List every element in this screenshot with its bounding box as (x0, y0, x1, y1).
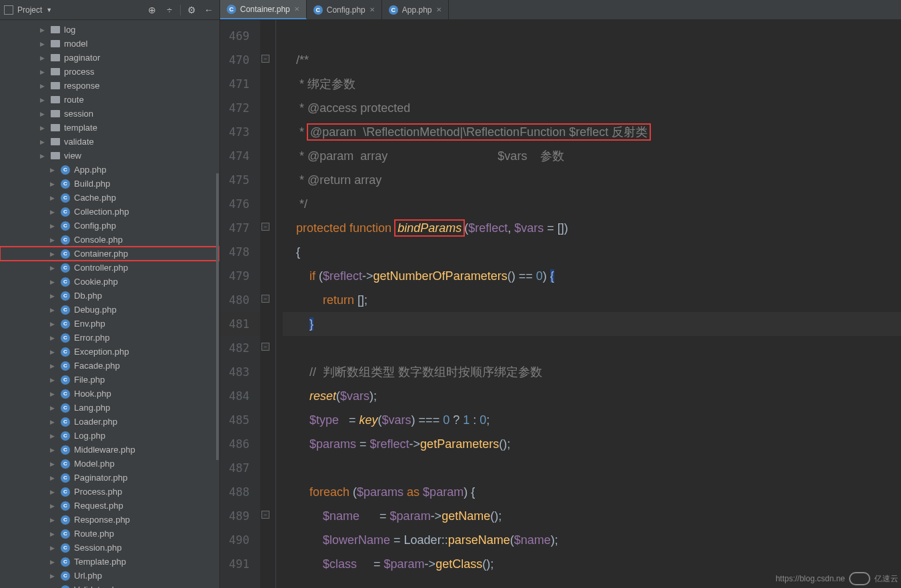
file-tab[interactable]: CApp.php✕ (382, 0, 449, 19)
code-editor[interactable]: 4694704714724734744754764774784794804814… (220, 20, 901, 588)
tree-folder[interactable]: ▶process (0, 65, 219, 79)
tree-file[interactable]: ▶CPaginator.php (0, 471, 219, 485)
file-tab[interactable]: CConfig.php✕ (307, 0, 382, 19)
expand-arrow-icon[interactable]: ▶ (50, 559, 57, 565)
expand-arrow-icon[interactable]: ▶ (50, 433, 57, 439)
expand-arrow-icon[interactable]: ▶ (50, 461, 57, 467)
expand-arrow-icon[interactable]: ▶ (40, 27, 47, 33)
expand-arrow-icon[interactable]: ▶ (50, 363, 57, 369)
collapse-icon[interactable]: ÷ (163, 3, 176, 17)
tree-folder[interactable]: ▶log (0, 23, 219, 37)
tree-file[interactable]: ▶CController.php (0, 261, 219, 275)
expand-arrow-icon[interactable]: ▶ (50, 503, 57, 509)
file-tab[interactable]: CContainer.php✕ (220, 0, 307, 19)
expand-arrow-icon[interactable]: ▶ (40, 97, 47, 103)
expand-arrow-icon[interactable]: ▶ (50, 181, 57, 187)
tree-file[interactable]: ▶CConfig.php (0, 219, 219, 233)
tree-file[interactable]: ▶CError.php (0, 331, 219, 345)
expand-arrow-icon[interactable]: ▶ (50, 209, 57, 215)
tree-file[interactable]: ▶CLog.php (0, 429, 219, 443)
expand-arrow-icon[interactable]: ▶ (50, 447, 57, 453)
tree-folder[interactable]: ▶validate (0, 135, 219, 149)
expand-arrow-icon[interactable]: ▶ (50, 391, 57, 397)
expand-arrow-icon[interactable]: ▶ (50, 405, 57, 411)
locate-icon[interactable]: ⊕ (145, 3, 159, 17)
tree-file[interactable]: ▶CApp.php (0, 163, 219, 177)
tree-file[interactable]: ▶CRequest.php (0, 499, 219, 513)
tree-folder[interactable]: ▶session (0, 107, 219, 121)
tree-folder[interactable]: ▶model (0, 37, 219, 51)
tree-file[interactable]: ▶CCache.php (0, 191, 219, 205)
close-icon[interactable]: ✕ (294, 5, 299, 13)
tree-folder[interactable]: ▶route (0, 93, 219, 107)
expand-arrow-icon[interactable]: ▶ (40, 55, 47, 61)
tree-file[interactable]: ▶CBuild.php (0, 177, 219, 191)
expand-arrow-icon[interactable]: ▶ (40, 41, 47, 47)
expand-arrow-icon[interactable]: ▶ (50, 293, 57, 299)
fold-icon[interactable]: − (261, 223, 269, 231)
expand-arrow-icon[interactable]: ▶ (50, 307, 57, 313)
expand-arrow-icon[interactable]: ▶ (40, 69, 47, 75)
expand-arrow-icon[interactable]: ▶ (50, 517, 57, 523)
expand-arrow-icon[interactable]: ▶ (50, 573, 57, 579)
fold-icon[interactable]: − (261, 55, 269, 63)
tree-folder[interactable]: ▶template (0, 121, 219, 135)
gear-icon[interactable]: ⚙ (185, 3, 198, 17)
scrollbar-thumb[interactable] (216, 173, 219, 460)
expand-arrow-icon[interactable]: ▶ (50, 419, 57, 425)
tree-file[interactable]: ▶CLang.php (0, 401, 219, 415)
fold-icon[interactable]: − (261, 343, 269, 351)
expand-arrow-icon[interactable]: ▶ (40, 139, 47, 145)
tree-file[interactable]: ▶CCollection.php (0, 205, 219, 219)
expand-arrow-icon[interactable]: ▶ (50, 251, 57, 257)
tree-file[interactable]: ▶CFacade.php (0, 359, 219, 373)
tree-file[interactable]: ▶CValidate.php (0, 583, 219, 588)
expand-arrow-icon[interactable]: ▶ (50, 335, 57, 341)
expand-arrow-icon[interactable]: ▶ (50, 489, 57, 495)
tree-file[interactable]: ▶CProcess.php (0, 485, 219, 499)
tree-file[interactable]: ▶CException.php (0, 345, 219, 359)
tree-file[interactable]: ▶CUrl.php (0, 569, 219, 583)
tree-file[interactable]: ▶CEnv.php (0, 317, 219, 331)
tree-file[interactable]: ▶CConsole.php (0, 233, 219, 247)
tree-file[interactable]: ▶CRoute.php (0, 527, 219, 541)
code-area[interactable]: /** * 绑定参数 * @access protected * @param … (276, 20, 901, 588)
fold-icon[interactable]: − (261, 511, 269, 519)
expand-arrow-icon[interactable]: ▶ (40, 83, 47, 89)
expand-arrow-icon[interactable]: ▶ (50, 545, 57, 551)
tree-folder[interactable]: ▶paginator (0, 51, 219, 65)
expand-arrow-icon[interactable]: ▶ (40, 111, 47, 117)
close-icon[interactable]: ✕ (436, 6, 441, 13)
close-icon[interactable]: ✕ (369, 6, 375, 13)
expand-arrow-icon[interactable]: ▶ (50, 167, 57, 173)
expand-arrow-icon[interactable]: ▶ (50, 279, 57, 285)
tree-file[interactable]: ▶CDb.php (0, 289, 219, 303)
expand-arrow-icon[interactable]: ▶ (50, 377, 57, 383)
tree-folder[interactable]: ▶response (0, 79, 219, 93)
tree-folder[interactable]: ▶view (0, 149, 219, 163)
project-sidebar[interactable]: ▶log▶model▶paginator▶process▶response▶ro… (0, 20, 220, 588)
tree-file[interactable]: ▶CContainer.php (0, 247, 219, 261)
tree-file[interactable]: ▶CCookie.php (0, 275, 219, 289)
expand-arrow-icon[interactable]: ▶ (50, 223, 57, 229)
tree-file[interactable]: ▶CLoader.php (0, 415, 219, 429)
tree-file[interactable]: ▶CResponse.php (0, 513, 219, 527)
tree-file[interactable]: ▶CHook.php (0, 387, 219, 401)
expand-arrow-icon[interactable]: ▶ (40, 153, 47, 159)
project-panel-header[interactable]: Project ▼ ⊕ ÷ ⚙ ← (0, 0, 220, 19)
tree-file[interactable]: ▶CDebug.php (0, 303, 219, 317)
tree-file[interactable]: ▶CMiddleware.php (0, 443, 219, 457)
expand-arrow-icon[interactable]: ▶ (50, 475, 57, 481)
tree-file[interactable]: ▶CModel.php (0, 457, 219, 471)
fold-icon[interactable]: − (261, 295, 269, 303)
tree-file[interactable]: ▶CSession.php (0, 541, 219, 555)
expand-arrow-icon[interactable]: ▶ (50, 265, 57, 271)
hide-icon[interactable]: ← (202, 3, 215, 17)
expand-arrow-icon[interactable]: ▶ (50, 195, 57, 201)
tree-file[interactable]: ▶CTemplate.php (0, 555, 219, 569)
expand-arrow-icon[interactable]: ▶ (50, 321, 57, 327)
expand-arrow-icon[interactable]: ▶ (50, 349, 57, 355)
tree-file[interactable]: ▶CFile.php (0, 373, 219, 387)
expand-arrow-icon[interactable]: ▶ (40, 125, 47, 131)
expand-arrow-icon[interactable]: ▶ (50, 237, 57, 243)
